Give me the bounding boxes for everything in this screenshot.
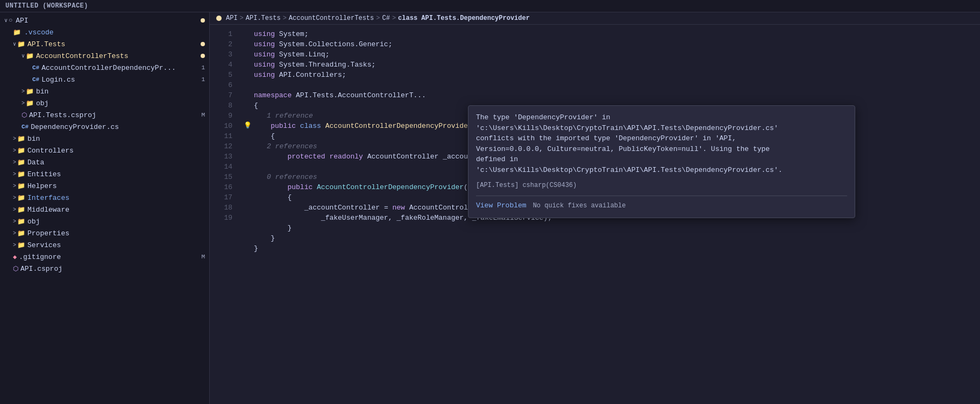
code-text-3: using System.Linq; (254, 49, 980, 60)
lightbulb-icon[interactable]: 💡 (244, 121, 252, 131)
folder-icon: 📁 (17, 182, 25, 190)
sidebar-item-label: bin (36, 88, 205, 96)
sidebar-item-label: .vscode (24, 28, 205, 37)
breadcrumb-class[interactable]: class API.Tests.DependencyProvider (398, 15, 530, 22)
title-bar: UNTITLED (WORKSPACE) (0, 0, 980, 12)
chevron-icon: > (13, 171, 16, 177)
sidebar-item-api[interactable]: ∨ ○ API (0, 15, 209, 26)
proj-icon: ⬡ (22, 111, 27, 119)
csharp-icon: C# (32, 64, 39, 71)
breadcrumb-sep2: > (283, 15, 287, 22)
chevron-icon: > (13, 230, 16, 236)
editor-area: API > API.Tests > AccountControllerTests… (210, 12, 980, 404)
sidebar-item-accountcontrollertests[interactable]: ∨ 📁 AccountControllerTests (0, 50, 209, 62)
code-text-4: using System.Threading.Tasks; (254, 60, 980, 70)
sidebar-item-services[interactable]: > 📁 Services (0, 239, 209, 251)
breadcrumb-csharp[interactable]: C# (382, 15, 389, 22)
sidebar-item-bin-nested[interactable]: > 📁 bin (0, 85, 209, 97)
tooltip-line1: The type 'DependencyProvider' in (476, 112, 847, 123)
code-line-4: using System.Threading.Tasks; (241, 60, 980, 70)
tooltip-line4: Version=0.0.0.0, Culture=neutral, Public… (476, 144, 847, 155)
sidebar-item-label: API.Tests.csproj (29, 111, 199, 119)
line-numbers: 12345 678910 1112131415 16171819 (210, 25, 237, 404)
tooltip-line5: defined in (476, 154, 847, 165)
badge: M (201, 254, 205, 260)
proj-icon: ⬡ (13, 265, 18, 273)
chevron-icon: > (13, 242, 16, 248)
sidebar-item-obj-nested[interactable]: > 📁 obj (0, 97, 209, 109)
code-line-17: } (241, 223, 980, 233)
sidebar-item-controllers[interactable]: > 📁 Controllers (0, 145, 209, 156)
code-content[interactable]: using System; using System.Collections.G… (237, 25, 980, 404)
code-text-18: } (254, 233, 980, 243)
tooltip-popup: The type 'DependencyProvider' in 'c:\Use… (468, 105, 855, 218)
folder-icon: 📁 (17, 170, 25, 178)
circle-icon: ○ (9, 17, 12, 24)
chevron-icon: ∨ (4, 17, 8, 24)
chevron-icon: > (13, 195, 16, 201)
sidebar-item-label: Login.cs (41, 76, 199, 84)
folder-icon: 📁 (26, 52, 34, 60)
chevron-icon: > (13, 207, 16, 213)
sidebar-item-label: API (16, 17, 198, 25)
breadcrumb-sep3: > (376, 15, 380, 22)
tooltip-line2: 'c:\Users\Kills\Desktop\CryptoTrain\API\… (476, 123, 847, 134)
sidebar-item-label: bin (27, 135, 205, 143)
code-line-6 (241, 80, 980, 90)
breadcrumb-api[interactable]: API (226, 15, 238, 22)
view-problem-link[interactable]: View Problem (476, 200, 527, 211)
git-icon: ◆ (13, 253, 17, 261)
code-line-1: using System; (241, 29, 980, 39)
code-text-6 (254, 80, 980, 90)
chevron-icon: > (13, 136, 16, 142)
sidebar-item-apitestscsproj[interactable]: ⬡ API.Tests.csproj M (0, 109, 209, 121)
breadcrumb-sep1: > (240, 15, 244, 22)
badge: M (201, 112, 205, 118)
tooltip-line6: 'c:\Users\Kills\Desktop\CryptoTrain\API\… (476, 165, 847, 176)
chevron-icon: > (13, 183, 16, 189)
breadcrumb-accountcontrollertests[interactable]: AccountControllerTests (289, 15, 374, 22)
breadcrumb-circle-icon (216, 16, 222, 21)
code-text-19: } (254, 243, 980, 254)
tooltip-line3: conflicts with the imported type 'Depend… (476, 133, 847, 144)
sidebar-item-api-tests[interactable]: ∨ 📁 API.Tests (0, 38, 209, 50)
folder-icon: 📁 (17, 40, 25, 48)
code-line-18: } (241, 233, 980, 243)
sidebar-item-login[interactable]: C# Login.cs 1 (0, 74, 209, 85)
chevron-icon: > (22, 89, 25, 95)
sidebar-item-accountcontrollerdep[interactable]: C# AccountControllerDependencyPr... 1 (0, 62, 209, 74)
sidebar-item-label: .gitignore (19, 253, 199, 261)
sidebar-item-bin[interactable]: > 📁 bin (0, 133, 209, 145)
breadcrumb-apitests[interactable]: API.Tests (246, 15, 281, 22)
sidebar-item-obj[interactable]: > 📁 obj (0, 215, 209, 227)
sidebar-item-label: Middleware (27, 206, 205, 214)
sidebar-item-middleware[interactable]: > 📁 Middleware (0, 204, 209, 215)
sidebar-item-entities[interactable]: > 📁 Entities (0, 168, 209, 180)
folder-icon: 📁 (13, 28, 21, 37)
sidebar-item-label: Properties (27, 229, 205, 237)
folder-icon: 📁 (17, 229, 25, 237)
sidebar-item-data[interactable]: > 📁 Data (0, 156, 209, 168)
sidebar-item-label: obj (27, 218, 205, 226)
sidebar-item-properties[interactable]: > 📁 Properties (0, 227, 209, 239)
sidebar-item-gitignore[interactable]: ◆ .gitignore M (0, 251, 209, 263)
folder-icon: 📁 (17, 158, 25, 167)
sidebar-item-label: Data (27, 158, 205, 167)
folder-icon: 📁 (17, 135, 25, 143)
chevron-icon: > (22, 100, 25, 106)
folder-icon: 📁 (17, 206, 25, 214)
sidebar-item-vscode[interactable]: 📁 .vscode (0, 26, 209, 38)
sidebar-item-helpers[interactable]: > 📁 Helpers (0, 180, 209, 192)
code-text-7: namespace API.Tests.AccountControllerT..… (254, 90, 980, 100)
breadcrumb-sep4: > (392, 15, 396, 22)
no-fixes-text: No quick fixes available (533, 201, 626, 211)
sidebar-item-label: Controllers (27, 147, 205, 155)
sidebar-item-label: obj (36, 99, 205, 107)
sidebar-item-interfaces[interactable]: > 📁 Interfaces (0, 192, 209, 204)
badge: 1 (201, 76, 205, 83)
sidebar-item-dependencyprovider[interactable]: C# DependencyProvider.cs (0, 121, 209, 133)
sidebar-item-label: Helpers (27, 182, 205, 190)
sidebar-item-apicsproj[interactable]: ⬡ API.csproj (0, 263, 209, 275)
folder-icon: 📁 (17, 194, 25, 202)
chevron-icon: > (13, 160, 16, 165)
